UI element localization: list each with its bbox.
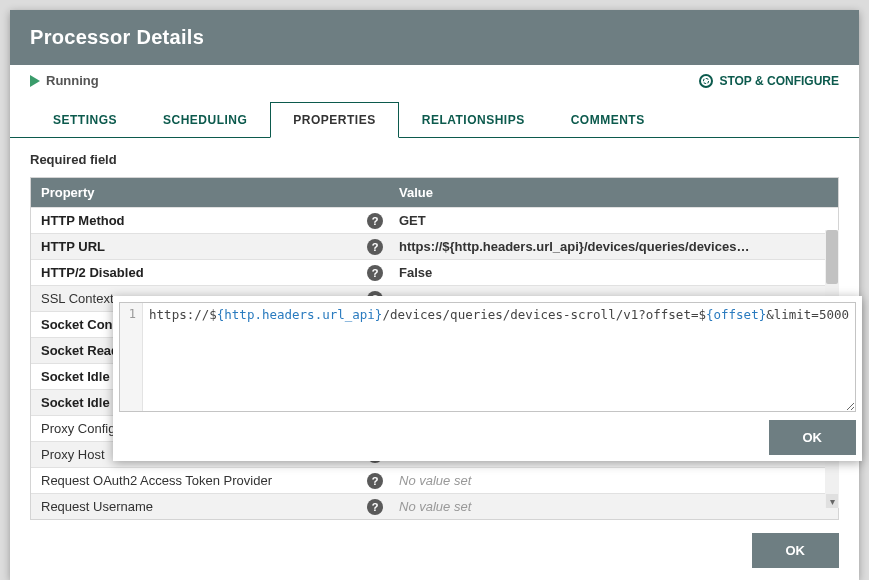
gear-icon (699, 74, 713, 88)
editor-code[interactable]: https://${http.headers.url_api}/devices/… (143, 303, 855, 411)
table-row[interactable]: HTTP URL?https://${http.headers.url_api}… (31, 233, 838, 259)
scrollbar-down-icon[interactable]: ▾ (826, 494, 838, 508)
table-row[interactable]: HTTP Method?GET (31, 207, 838, 233)
property-value[interactable]: GET (389, 209, 838, 232)
tabs: SETTINGS SCHEDULING PROPERTIES RELATIONS… (10, 96, 859, 138)
info-icon[interactable]: ? (361, 492, 389, 522)
editor-gutter: 1 (120, 303, 143, 411)
value-editor[interactable]: 1 https://${http.headers.url_api}/device… (119, 302, 856, 412)
scrollbar-thumb[interactable] (826, 230, 838, 284)
table-row[interactable]: Request OAuth2 Access Token Provider?No … (31, 467, 838, 493)
popup-ok-button[interactable]: OK (769, 420, 857, 455)
stop-and-configure-label: STOP & CONFIGURE (719, 74, 839, 88)
grid-header: Property Value (31, 178, 838, 207)
col-property: Property (31, 178, 361, 207)
property-value[interactable]: https://${http.headers.url_api}/devices/… (389, 235, 838, 258)
property-value[interactable]: No value set (389, 469, 838, 492)
property-name: HTTP Method (31, 209, 361, 232)
table-row[interactable]: HTTP/2 Disabled?False (31, 259, 838, 285)
property-value[interactable]: False (389, 261, 838, 284)
property-value[interactable]: No value set (389, 495, 838, 518)
dialog-footer: OK (752, 533, 840, 568)
property-name: HTTP URL (31, 235, 361, 258)
value-editor-popup: 1 https://${http.headers.url_api}/device… (113, 296, 862, 461)
dialog-ok-button[interactable]: OK (752, 533, 840, 568)
processor-details-dialog: Processor Details Running STOP & CONFIGU… (10, 10, 859, 580)
required-field-label: Required field (30, 152, 839, 167)
status-left: Running (30, 73, 99, 88)
col-value: Value (389, 178, 838, 207)
property-name: HTTP/2 Disabled (31, 261, 361, 284)
tab-comments[interactable]: COMMENTS (548, 102, 668, 137)
dialog-title: Processor Details (10, 10, 859, 65)
popup-footer: OK (119, 412, 856, 455)
tab-properties[interactable]: PROPERTIES (270, 102, 398, 138)
running-icon (30, 75, 40, 87)
tab-settings[interactable]: SETTINGS (30, 102, 140, 137)
tab-relationships[interactable]: RELATIONSHIPS (399, 102, 548, 137)
stop-and-configure-button[interactable]: STOP & CONFIGURE (699, 74, 839, 88)
status-bar: Running STOP & CONFIGURE (10, 65, 859, 96)
property-name: Request Username (31, 495, 361, 518)
property-name: Request OAuth2 Access Token Provider (31, 469, 361, 492)
col-info (361, 178, 389, 207)
status-label: Running (46, 73, 99, 88)
tab-scheduling[interactable]: SCHEDULING (140, 102, 270, 137)
line-number: 1 (120, 307, 136, 321)
table-row[interactable]: Request Username?No value set (31, 493, 838, 519)
